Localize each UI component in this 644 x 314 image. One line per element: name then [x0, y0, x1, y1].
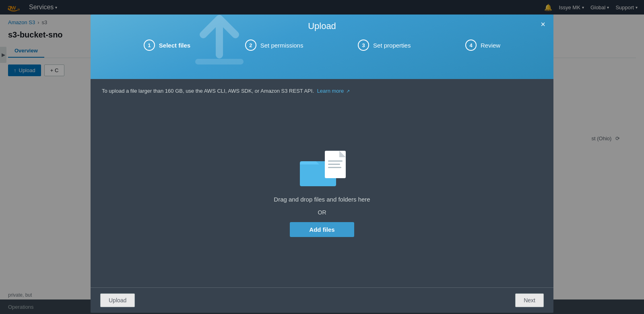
modal-title: Upload	[100, 21, 544, 31]
svg-rect-5	[328, 167, 341, 168]
step-3[interactable]: 3 Set properties	[358, 40, 411, 56]
drag-drop-text: Drag and drop files and folders here	[274, 196, 370, 203]
file-folder-icon	[296, 145, 348, 189]
step-4-label: Review	[481, 42, 500, 49]
step-1-circle: 1	[144, 40, 155, 51]
step-3-label: Set properties	[373, 42, 411, 49]
step-4-circle: 4	[465, 40, 477, 51]
modal-body: To upload a file larger than 160 GB, use…	[91, 79, 553, 287]
upload-modal: Upload × 1 Select files 2 Set permission…	[91, 15, 553, 313]
step-4[interactable]: 4 Review	[465, 40, 500, 56]
svg-rect-3	[328, 160, 343, 162]
modal-footer: Upload Next	[91, 287, 553, 313]
info-bar: To upload a file larger than 160 GB, use…	[102, 87, 542, 95]
svg-rect-0	[195, 59, 244, 64]
steps-bar: 1 Select files 2 Set permissions 3 Set p…	[100, 40, 544, 56]
svg-rect-4	[328, 164, 340, 165]
close-button[interactable]: ×	[541, 20, 545, 28]
external-link-icon: ↗	[346, 89, 350, 94]
footer-next-button[interactable]: Next	[515, 293, 544, 307]
add-files-button[interactable]: Add files	[290, 222, 354, 237]
info-text: To upload a file larger than 160 GB, use…	[102, 88, 314, 94]
step-2-label: Set permissions	[260, 42, 303, 49]
drop-zone[interactable]: Drag and drop files and folders here OR …	[102, 103, 542, 280]
step-3-circle: 3	[358, 40, 369, 51]
modal-header: Upload × 1 Select files 2 Set permission…	[91, 15, 553, 79]
or-text: OR	[318, 209, 326, 216]
header-bg-upload-icon	[183, 10, 256, 73]
footer-upload-button[interactable]: Upload	[100, 293, 135, 307]
learn-more-link[interactable]: Learn more ↗	[317, 88, 350, 94]
